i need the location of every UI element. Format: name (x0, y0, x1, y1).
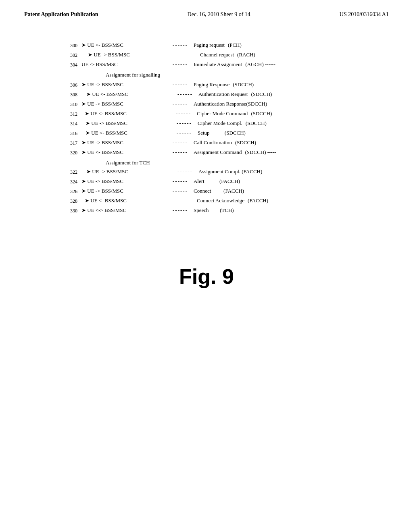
arrow-316: ➤ UE <- BSS/MSC (86, 130, 174, 136)
row-label-310: 310 (41, 102, 77, 108)
row-label-330: 330 (41, 208, 77, 214)
table-row: 320 ➤ UE <- BSS/MSC ------ Assignment Co… (81, 149, 388, 158)
message-text-330: Speech (194, 207, 209, 214)
table-row: 300 ➤ UE <- BSS/MSC ------ Paging reques… (81, 42, 388, 51)
message-text-316: Setup (198, 130, 210, 136)
row-label-312: 312 (41, 111, 77, 117)
arrow-310: ➤ UE -> BSS/MSC (81, 101, 170, 107)
arrow-320: ➤ UE <- BSS/MSC (81, 149, 170, 156)
table-row: 328 ➤ UE <- BSS/MSC ------ Connect Ackno… (81, 197, 388, 206)
row-label-308: 308 (41, 92, 77, 98)
message-302: ------ Channel request (RACH) (177, 52, 255, 58)
arrow-326: ➤ UE -> BSS/MSC (81, 188, 170, 194)
message-text-304: Immediate Assignment (194, 61, 242, 68)
arrow-317: ➤ UE -> BSS/MSC (81, 139, 170, 146)
row-label-322: 322 (41, 169, 77, 175)
row-label-314: 314 (41, 121, 77, 127)
message-316: ------ Setup (SDCCH) (174, 130, 246, 136)
message-text-320: Assignment Command (194, 149, 242, 156)
row-label-306: 306 (41, 82, 77, 88)
row-label-328: 328 (41, 198, 77, 204)
table-row: 314 ➤ UE -> BSS/MSC ------ Cipher Mode C… (81, 120, 388, 129)
arrow-312: ➤ UE <- BSS/MSC (85, 110, 173, 117)
table-row: 302 ➤ UE -> BSS/MSC ------ Channel reque… (81, 52, 388, 60)
row-label-304: 304 (41, 62, 77, 68)
channel-314: (SDCCH) (246, 120, 267, 127)
table-row: 312 ➤ UE <- BSS/MSC ------ Cipher Mode C… (81, 110, 388, 119)
arrow-text-308: ➤ UE <- BSS/MSC (86, 91, 128, 98)
arrow-text-312: ➤ UE <- BSS/MSC (85, 110, 127, 117)
table-row: 304 UE <- BSS/MSC ------ Immediate Assig… (81, 61, 388, 70)
message-324: ------ Alert (FACCH) (170, 178, 240, 185)
arrow-328: ➤ UE <- BSS/MSC (85, 197, 173, 204)
publication-label: Patent Application Publication (24, 11, 98, 18)
table-row: 308 ➤ UE <- BSS/MSC ------ Authenticatio… (81, 91, 388, 100)
message-304: ------ Immediate Assignment (AGCH) -----… (170, 61, 275, 68)
arrow-text-304: UE <- BSS/MSC (81, 61, 118, 68)
table-row: 316 ➤ UE <- BSS/MSC ------ Setup (SDCCH) (81, 130, 388, 139)
message-308: ------ Authentication Request (SDCCH) (175, 91, 272, 98)
message-320: ------ Assignment Command (SDCCH) ----- (170, 149, 276, 156)
page-header: Patent Application Publication Dec. 16, … (0, 0, 413, 18)
sublabel-304: Assignment for signalling (106, 72, 388, 78)
arrow-330: ➤ UE <-> BSS/MSC (81, 207, 170, 214)
message-text-317: Call Confirmation (194, 139, 232, 146)
channel-324: (FACCH) (208, 178, 240, 185)
arrow-text-300: ➤ UE <- BSS/MSC (81, 42, 123, 48)
arrow-300: ➤ UE <- BSS/MSC (81, 42, 170, 48)
arrow-text-330: ➤ UE <-> BSS/MSC (81, 207, 126, 214)
row-label-326: 326 (41, 189, 77, 195)
arrow-302: ➤ UE -> BSS/MSC (88, 52, 177, 58)
message-330: ------ Speech (TCH) (170, 207, 234, 214)
channel-308: (SDCCH) (251, 91, 272, 98)
message-text-306: Paging Response (194, 81, 229, 88)
channel-320: (SDCCH) ----- (245, 149, 276, 156)
row-label-300: 300 (41, 43, 77, 49)
arrow-text-310: ➤ UE -> BSS/MSC (81, 101, 123, 107)
message-314: ------ Cipher Mode Compl. (SDCCH) (174, 120, 267, 127)
channel-306: (SDCCH) (233, 81, 254, 88)
message-text-308: Authentication Request (198, 91, 248, 98)
arrow-304: UE <- BSS/MSC (81, 61, 170, 68)
table-row: 330 ➤ UE <-> BSS/MSC ------ Speech (TCH) (81, 207, 388, 216)
message-text-324: Alert (194, 178, 204, 185)
arrow-322: ➤ UE -> BSS/MSC (86, 168, 175, 175)
channel-312: (SDCCH) (251, 110, 272, 117)
message-312: ------ Cipher Mode Command (SDCCH) (173, 110, 272, 117)
table-row: 317 ➤ UE -> BSS/MSC ------ Call Confirma… (81, 139, 388, 148)
arrow-text-326: ➤ UE -> BSS/MSC (81, 188, 123, 194)
message-317: ------ Call Confirmation (SDCCH) (170, 139, 256, 146)
message-326: ------ Connect (FACCH) (170, 188, 244, 194)
arrow-text-314: ➤ UE -> BSS/MSC (86, 120, 127, 127)
message-306: ------ Paging Response (SDCCH) (170, 81, 254, 88)
channel-326: (FACCH) (214, 188, 244, 194)
patent-number: US 2010/0316034 A1 (340, 11, 389, 18)
arrow-314: ➤ UE -> BSS/MSC (86, 120, 174, 127)
row-label-324: 324 (41, 179, 77, 185)
table-row: 324 ➤ UE -> BSS/MSC ------ Alert (FACCH) (81, 178, 388, 187)
message-text-328: Connect Acknowledge (197, 197, 244, 204)
message-text-302: Channel request (200, 52, 234, 58)
message-text-314: Cipher Mode Compl. (198, 120, 242, 127)
table-row: 310 ➤ UE -> BSS/MSC ------ Authenticatio… (81, 101, 388, 110)
message-310: ------ Authentication Response(SDCCH) (170, 101, 267, 107)
figure-title: Fig. 9 (0, 264, 413, 289)
row-label-317: 317 (41, 140, 77, 146)
message-322: ------ Assignment Compl. (FACCH) (175, 168, 262, 175)
sublabel-320: Assignment for TCH (106, 160, 388, 166)
arrow-324: ➤ UE -> BSS/MSC (81, 178, 170, 185)
arrow-text-316: ➤ UE <- BSS/MSC (86, 130, 127, 136)
channel-300: (PCH) (228, 42, 242, 48)
table-row: 326 ➤ UE -> BSS/MSC ------ Connect (FACC… (81, 188, 388, 197)
arrow-text-328: ➤ UE <- BSS/MSC (85, 197, 127, 204)
table-row: 306 ➤ UE -> BSS/MSC ------ Paging Respon… (81, 81, 388, 90)
message-text-310: Authentication Response(SDCCH) (194, 101, 267, 107)
row-label-320: 320 (41, 150, 77, 156)
arrow-text-322: ➤ UE -> BSS/MSC (86, 168, 128, 175)
arrow-308: ➤ UE <- BSS/MSC (86, 91, 175, 98)
arrow-text-317: ➤ UE -> BSS/MSC (81, 139, 123, 146)
sheet-info: Dec. 16, 2010 Sheet 9 of 14 (188, 11, 250, 18)
row-label-302: 302 (41, 52, 77, 58)
arrow-text-306: ➤ UE -> BSS/MSC (81, 81, 123, 88)
table-row: 322 ➤ UE -> BSS/MSC ------ Assignment Co… (81, 168, 388, 177)
